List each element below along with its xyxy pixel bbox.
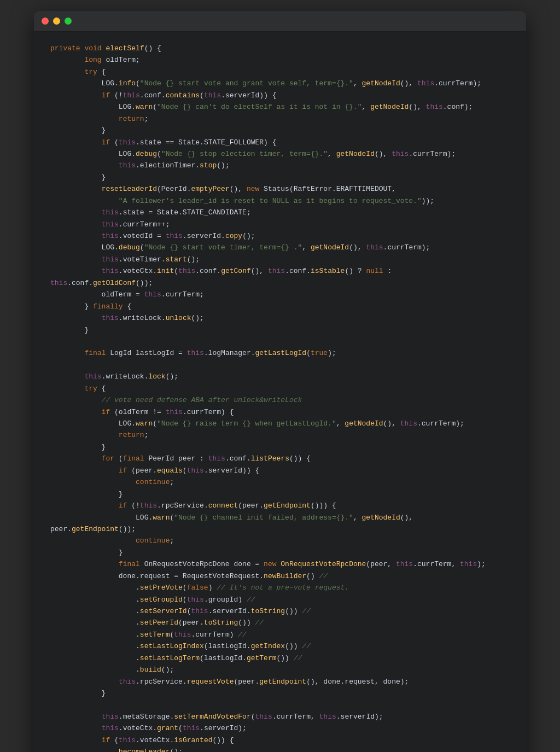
code-window: private void electSelf() { long oldTerm;… (34, 11, 526, 752)
maximize-button[interactable] (65, 18, 72, 25)
minimize-button[interactable] (53, 18, 60, 25)
titlebar (34, 11, 526, 32)
close-button[interactable] (42, 18, 49, 25)
code-content: private void electSelf() { long oldTerm;… (34, 32, 526, 752)
